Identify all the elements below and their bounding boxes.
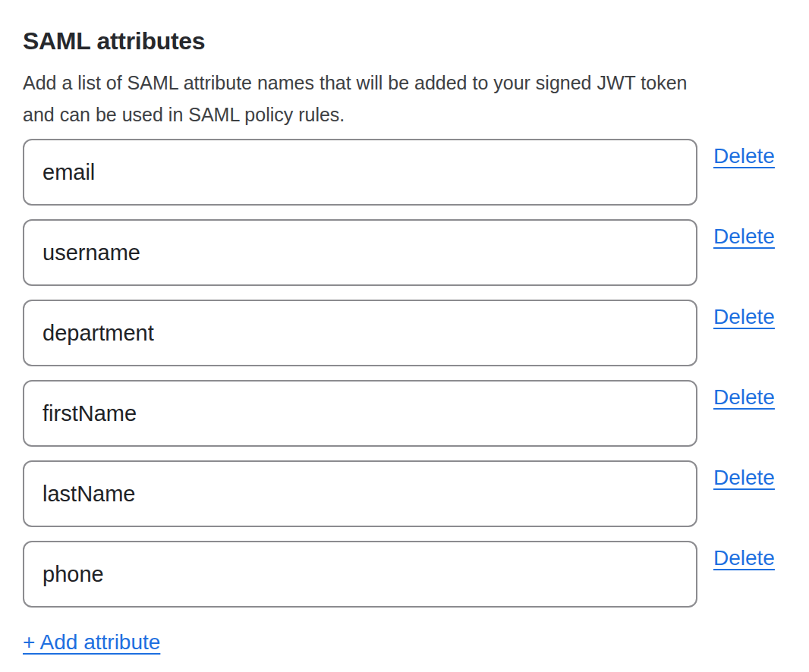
attribute-name-input[interactable] [23, 300, 697, 366]
attribute-row: Delete [23, 300, 809, 366]
attribute-row: Delete [23, 541, 809, 608]
section-description-line-2: and can be used in SAML policy rules. [23, 99, 809, 130]
attribute-name-input[interactable] [23, 460, 697, 527]
attribute-row: Delete [23, 460, 809, 527]
delete-attribute-link[interactable]: Delete [713, 224, 775, 250]
add-attribute-link[interactable]: + Add attribute [23, 630, 160, 655]
delete-attribute-link[interactable]: Delete [713, 143, 775, 169]
delete-attribute-link[interactable]: Delete [713, 465, 775, 491]
saml-attributes-section: SAML attributes Add a list of SAML attri… [0, 0, 809, 655]
section-description-line-1: Add a list of SAML attribute names that … [23, 67, 809, 99]
attribute-row: Delete [23, 219, 809, 286]
attribute-name-input[interactable] [23, 219, 697, 286]
attribute-name-input[interactable] [23, 541, 697, 608]
attribute-row: Delete [23, 380, 809, 447]
attribute-rows: Delete Delete Delete Delete Delete Delet… [23, 139, 809, 608]
delete-attribute-link[interactable]: Delete [713, 385, 775, 410]
section-description: Add a list of SAML attribute names that … [23, 67, 809, 130]
delete-attribute-link[interactable]: Delete [713, 545, 775, 571]
attribute-row: Delete [23, 139, 809, 206]
section-title: SAML attributes [23, 26, 809, 56]
attribute-name-input[interactable] [23, 139, 697, 206]
attribute-name-input[interactable] [23, 380, 697, 447]
delete-attribute-link[interactable]: Delete [713, 304, 775, 330]
